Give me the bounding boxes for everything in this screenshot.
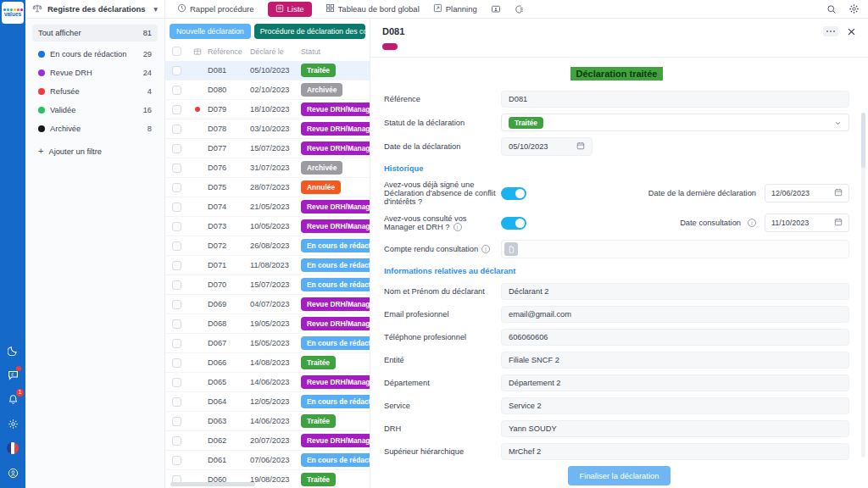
calendar-icon[interactable] (576, 141, 585, 152)
filter-item[interactable]: En cours de rédaction 29 (32, 45, 158, 64)
nav-tableau-de-bord[interactable]: Tableau de bord global (326, 3, 420, 14)
table-row[interactable]: D069 04/07/2023 Revue DRH/Manager (165, 295, 370, 314)
table-row[interactable]: D075 28/07/2023 Annulée (165, 178, 370, 197)
row-checkbox[interactable] (172, 241, 181, 251)
row-checkbox[interactable] (172, 164, 181, 173)
table-row[interactable]: D076 31/07/2023 Archivée (165, 158, 370, 178)
nav-liste[interactable]: Liste (268, 2, 312, 17)
table-row[interactable]: D066 14/08/2023 Traitée (165, 353, 370, 373)
notifications-icon[interactable]: 1 (6, 392, 19, 406)
row-checkbox[interactable] (172, 86, 181, 95)
col-declared[interactable]: Déclaré le (250, 47, 301, 56)
dark-mode-icon[interactable] (6, 343, 19, 357)
procedure-button[interactable]: Procédure de déclaration des conflits d'… (254, 24, 365, 39)
filter-item[interactable]: Refusée 4 (32, 82, 158, 101)
app-switcher[interactable]: Registre des déclarations ▾ (25, 0, 165, 18)
search-icon[interactable] (826, 4, 837, 14)
table-row[interactable]: D064 12/05/2023 En cours de rédaction (165, 392, 370, 412)
table-row[interactable]: D072 26/08/2023 En cours de rédaction (165, 236, 370, 256)
gear-icon[interactable] (849, 3, 860, 14)
row-checkbox[interactable] (172, 378, 181, 387)
table-row[interactable]: D063 14/06/2023 Traitée (165, 412, 370, 431)
reference-input[interactable]: D081 (501, 91, 849, 108)
vertical-scrollbar[interactable] (861, 113, 865, 458)
row-checkbox[interactable] (172, 436, 181, 446)
table-row[interactable]: D062 20/07/2023 Revue DRH/Manager (165, 431, 370, 451)
calendar-icon[interactable] (834, 218, 843, 228)
display-options-icon[interactable] (515, 4, 525, 14)
col-status[interactable]: Statut (301, 47, 370, 56)
horizontal-scrollbar[interactable] (170, 482, 255, 486)
row-checkbox[interactable] (172, 397, 181, 407)
nav-planning[interactable]: Planning (433, 3, 477, 14)
brand-logo[interactable]: values (2, 2, 24, 24)
row-checkbox[interactable] (172, 456, 181, 465)
text-input[interactable]: Filiale SNCF 2 (501, 352, 849, 369)
table-row[interactable]: D061 07/06/2023 En cours de rédaction (165, 451, 370, 470)
row-checkbox[interactable] (172, 319, 181, 329)
row-checkbox[interactable] (172, 183, 181, 192)
question2-toggle[interactable] (501, 217, 526, 230)
table-row[interactable]: D067 15/05/2023 En cours de rédaction (165, 334, 370, 353)
text-input[interactable]: email@gmail.com (501, 306, 849, 323)
row-checkbox[interactable] (172, 261, 181, 270)
columns-icon[interactable] (187, 47, 208, 56)
filter-item[interactable]: Archivée 8 (32, 119, 158, 138)
status-select[interactable]: Traitée (501, 114, 849, 131)
row-checkbox[interactable] (172, 66, 181, 75)
text-input[interactable]: Déclarant 2 (501, 283, 849, 300)
table-row[interactable]: D081 05/10/2023 Traitée (165, 61, 370, 80)
consultation-date-input[interactable]: 11/10/2023 (765, 214, 849, 232)
finalize-button[interactable]: Finaliser la déclaration (568, 466, 671, 485)
declaration-date-input[interactable]: 05/10/2023 (501, 137, 593, 156)
report-input[interactable] (501, 240, 849, 258)
detail-tab[interactable] (382, 43, 398, 50)
filter-item[interactable]: Validée 16 (32, 101, 158, 119)
text-input[interactable]: Département 2 (501, 374, 849, 391)
row-checkbox[interactable] (172, 339, 181, 348)
attach-file-icon[interactable] (504, 242, 518, 256)
text-input[interactable]: Service 2 (501, 397, 849, 414)
nav-rappel-procedure[interactable]: Rappel procédure (177, 3, 254, 14)
table-row[interactable]: D077 15/07/2023 Revue DRH/Manager (165, 139, 370, 158)
more-options-button[interactable] (823, 26, 838, 36)
text-input[interactable]: MrChef 2 (501, 443, 849, 460)
last-declaration-date-input[interactable]: 12/06/2023 (765, 184, 849, 202)
row-checkbox[interactable] (172, 358, 181, 368)
filter-all[interactable]: Tout afficher 81 (32, 25, 158, 42)
settings-icon[interactable] (6, 417, 19, 430)
add-filter-button[interactable]: + Ajouter un filtre (32, 138, 158, 156)
user-account-icon[interactable] (6, 466, 19, 480)
table-row[interactable]: D080 02/10/2023 Archivée (165, 80, 370, 100)
info-icon[interactable]: i (453, 223, 462, 231)
table-row[interactable]: D073 10/05/2023 Revue DRH/Manager (165, 217, 370, 236)
select-all-checkbox[interactable] (172, 47, 181, 56)
row-checkbox[interactable] (172, 202, 181, 212)
table-row[interactable]: D079 18/10/2023 Revue DRH/Manager (165, 100, 370, 119)
info-icon[interactable]: i (481, 245, 490, 253)
messages-icon[interactable] (6, 368, 19, 381)
col-reference[interactable]: Référence (208, 47, 250, 56)
table-row[interactable]: D065 14/06/2023 Revue DRH/Manager (165, 373, 370, 392)
row-checkbox[interactable] (172, 280, 181, 290)
row-checkbox[interactable] (172, 125, 181, 134)
row-checkbox[interactable] (172, 144, 181, 153)
question1-toggle[interactable] (501, 187, 526, 200)
table-row[interactable]: D071 11/08/2023 En cours de rédaction (165, 256, 370, 275)
table-row[interactable]: D070 15/07/2023 En cours de rédaction (165, 275, 370, 295)
table-row[interactable]: D068 19/05/2023 Revue DRH/Manager (165, 314, 370, 334)
table-row[interactable]: D074 21/05/2023 Revue DRH/Manager (165, 197, 370, 217)
calendar-icon[interactable] (834, 188, 843, 198)
new-declaration-button[interactable]: Nouvelle déclaration (170, 24, 251, 39)
row-checkbox[interactable] (172, 300, 181, 309)
row-checkbox[interactable] (172, 417, 181, 426)
row-checkbox[interactable] (172, 105, 181, 114)
text-input[interactable]: 606060606 (501, 329, 849, 346)
language-flag-icon[interactable] (6, 441, 19, 455)
info-icon[interactable]: i (748, 219, 756, 227)
text-input[interactable]: Yann SOUDY (501, 420, 849, 437)
screen-share-icon[interactable] (491, 4, 501, 14)
filter-item[interactable]: Revue DRH 24 (32, 64, 158, 82)
close-icon[interactable] (847, 27, 856, 36)
table-row[interactable]: D078 03/10/2023 Revue DRH/Manager (165, 119, 370, 139)
